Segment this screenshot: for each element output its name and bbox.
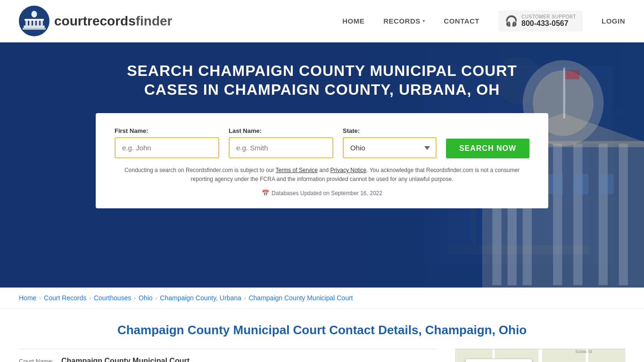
logo-link[interactable]: courtrecordsfinder bbox=[19, 6, 173, 36]
svg-text:Scioto St: Scioto St bbox=[575, 349, 592, 354]
site-header: courtrecordsfinder HOME RECORDS ▾ CONTAC… bbox=[0, 0, 644, 42]
main-nav: HOME RECORDS ▾ CONTACT 🎧 CUSTOMER SUPPOR… bbox=[342, 10, 625, 32]
support-box[interactable]: 🎧 CUSTOMER SUPPORT 800-433-0567 bbox=[498, 10, 583, 32]
map-tooltip: 40°06'23.6"N 83°45'07... View larger map bbox=[465, 359, 532, 362]
first-name-input[interactable] bbox=[115, 137, 219, 158]
state-select[interactable]: AlabamaAlaskaArizonaArkansasCaliforniaCo… bbox=[343, 137, 437, 158]
svg-rect-17 bbox=[553, 144, 562, 286]
nav-home[interactable]: HOME bbox=[342, 17, 364, 25]
breadcrumb-sep-5: › bbox=[244, 295, 246, 301]
details-map-container: Court Name: Champaign County Municipal C… bbox=[19, 349, 625, 362]
logo-icon bbox=[19, 6, 50, 36]
state-label: State: bbox=[343, 127, 437, 134]
breadcrumb-municipal-court[interactable]: Champaign County Municipal Court bbox=[248, 294, 353, 302]
login-button[interactable]: LOGIN bbox=[602, 17, 625, 25]
svg-rect-9 bbox=[25, 19, 44, 21]
breadcrumb-court-records[interactable]: Court Records bbox=[44, 294, 86, 302]
court-name-row: Court Name: Champaign County Municipal C… bbox=[19, 349, 437, 362]
map-area: Scioto St S Locust St Paradiso Clayton T… bbox=[455, 349, 625, 362]
breadcrumb-champaign-urbana[interactable]: Champaign County, Urbana bbox=[160, 294, 241, 302]
last-name-input[interactable] bbox=[229, 137, 333, 158]
headset-icon: 🎧 bbox=[505, 15, 518, 27]
svg-rect-18 bbox=[573, 144, 582, 286]
privacy-link[interactable]: Privacy Notice bbox=[330, 167, 367, 173]
svg-point-1 bbox=[32, 11, 37, 17]
logo-text: courtrecordsfinder bbox=[54, 14, 173, 29]
disclaimer-text: Conducting a search on Recordsfinder.com… bbox=[115, 166, 529, 184]
last-name-field-group: Last Name: bbox=[229, 127, 333, 158]
breadcrumb-ohio[interactable]: Ohio bbox=[139, 294, 153, 302]
nav-records[interactable]: RECORDS ▾ bbox=[383, 17, 425, 25]
last-name-label: Last Name: bbox=[229, 127, 333, 134]
breadcrumb-sep-4: › bbox=[156, 295, 157, 301]
details-table: Court Name: Champaign County Municipal C… bbox=[19, 349, 437, 362]
first-name-field-group: First Name: bbox=[115, 127, 219, 158]
db-updated: 📅 Databases Updated on September 16, 202… bbox=[115, 189, 529, 197]
svg-rect-19 bbox=[598, 144, 607, 286]
chevron-down-icon: ▾ bbox=[422, 18, 425, 24]
breadcrumb-sep-2: › bbox=[89, 295, 91, 301]
breadcrumb-sep-3: › bbox=[134, 295, 136, 301]
terms-link[interactable]: Terms of Service bbox=[276, 167, 318, 173]
calendar-icon: 📅 bbox=[262, 189, 269, 197]
svg-rect-20 bbox=[619, 144, 627, 286]
section-title: Champaign County Municipal Court Contact… bbox=[19, 323, 625, 337]
svg-rect-27 bbox=[548, 174, 563, 194]
first-name-label: First Name: bbox=[115, 127, 219, 134]
main-content: Champaign County Municipal Court Contact… bbox=[0, 309, 644, 362]
search-card: First Name: Last Name: State: AlabamaAla… bbox=[96, 113, 548, 208]
court-name-label: Court Name: bbox=[19, 358, 61, 362]
breadcrumb-home[interactable]: Home bbox=[19, 294, 36, 302]
svg-rect-23 bbox=[563, 68, 565, 118]
svg-rect-24 bbox=[565, 70, 579, 79]
svg-rect-3 bbox=[23, 28, 46, 30]
hero-title: SEARCH CHAMPAIGN COUNTY MUNICIPAL COURT … bbox=[110, 61, 534, 99]
support-label: CUSTOMER SUPPORT bbox=[521, 14, 576, 19]
hero-section: SEARCH CHAMPAIGN COUNTY MUNICIPAL COURT … bbox=[0, 42, 644, 288]
court-name-value: Champaign County Municipal Court bbox=[61, 357, 190, 362]
svg-rect-2 bbox=[24, 25, 45, 28]
breadcrumb-courthouses[interactable]: Courthouses bbox=[94, 294, 131, 302]
search-now-button[interactable]: SEARCH NOW bbox=[446, 139, 529, 158]
state-field-group: State: AlabamaAlaskaArizonaArkansasCalif… bbox=[343, 127, 437, 158]
breadcrumb: Home › Court Records › Courthouses › Ohi… bbox=[0, 288, 644, 309]
svg-rect-29 bbox=[598, 174, 613, 194]
svg-rect-28 bbox=[573, 174, 588, 194]
nav-contact[interactable]: CONTACT bbox=[444, 17, 479, 25]
breadcrumb-sep-1: › bbox=[39, 295, 41, 301]
support-number: 800-433-0567 bbox=[521, 19, 576, 28]
